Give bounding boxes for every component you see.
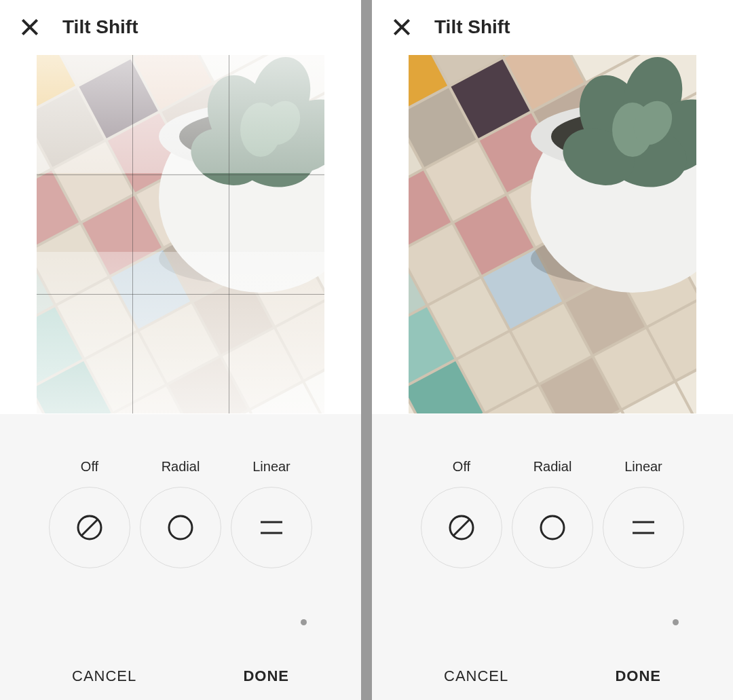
radial-icon — [538, 513, 567, 542]
image-area — [372, 54, 733, 414]
radial-icon — [166, 513, 195, 542]
close-button[interactable] — [388, 14, 415, 41]
photo-content — [409, 55, 696, 413]
done-button[interactable]: DONE — [239, 667, 293, 686]
page-title: Tilt Shift — [434, 16, 510, 38]
close-icon — [391, 16, 413, 38]
done-button[interactable]: DONE — [611, 667, 665, 686]
option-radial: Radial — [140, 459, 221, 568]
option-linear: Linear — [603, 459, 684, 568]
pane-divider — [361, 0, 372, 700]
off-icon — [447, 513, 476, 542]
option-linear-button[interactable] — [231, 487, 312, 568]
option-label: Off — [81, 459, 98, 475]
linear-icon — [628, 513, 658, 542]
svg-line-132 — [453, 519, 470, 536]
pane-right: Tilt Shift — [372, 0, 733, 700]
image-area — [0, 54, 361, 414]
footer: CANCEL DONE — [372, 652, 733, 700]
option-linear-button[interactable] — [603, 487, 684, 568]
cancel-button[interactable]: CANCEL — [440, 667, 512, 686]
linear-icon — [257, 513, 286, 542]
option-off: Off — [421, 459, 502, 568]
option-label: Linear — [624, 459, 662, 475]
option-label: Radial — [533, 459, 572, 475]
option-radial-button[interactable] — [140, 487, 221, 568]
svg-line-64 — [81, 519, 98, 536]
option-label: Linear — [252, 459, 290, 475]
page-title: Tilt Shift — [62, 16, 138, 38]
svg-point-133 — [541, 516, 564, 539]
option-linear: Linear — [231, 459, 312, 568]
option-radial: Radial — [512, 459, 593, 568]
off-icon — [75, 513, 105, 542]
option-label: Off — [453, 459, 470, 475]
pane-left: Tilt Shift — [0, 0, 361, 700]
svg-point-65 — [169, 516, 192, 539]
grid-overlay — [37, 55, 324, 413]
controls-area: Off Radial Linear — [0, 414, 361, 652]
option-off-button[interactable] — [49, 487, 130, 568]
option-radial-button[interactable] — [512, 487, 593, 568]
header: Tilt Shift — [0, 0, 361, 54]
cancel-button[interactable]: CANCEL — [68, 667, 140, 686]
option-off-button[interactable] — [421, 487, 502, 568]
page-indicator — [372, 619, 733, 625]
close-icon — [19, 16, 41, 38]
option-off: Off — [49, 459, 130, 568]
header: Tilt Shift — [372, 0, 733, 54]
photo-preview[interactable] — [37, 55, 324, 413]
option-label: Radial — [162, 459, 200, 475]
close-button[interactable] — [16, 14, 43, 41]
photo-preview[interactable] — [409, 55, 696, 413]
footer: CANCEL DONE — [0, 652, 361, 700]
controls-area: Off Radial Linear — [372, 414, 733, 652]
page-indicator — [0, 619, 361, 625]
